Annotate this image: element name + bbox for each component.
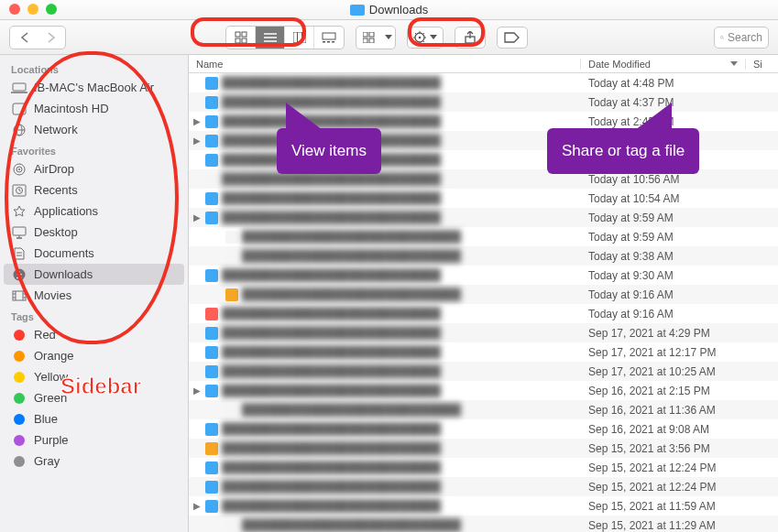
list-view-button[interactable] [256,27,285,49]
file-name-cell: ██████████████████████████ [189,172,581,186]
table-row[interactable]: ▶██████████████████████████Sep 16, 2021 … [189,381,778,400]
table-row[interactable]: ██████████████████████████Today at 9:16 … [189,285,778,304]
disclosure-triangle-icon[interactable]: ▶ [192,212,202,223]
disclosure-triangle-icon[interactable]: ▶ [192,501,202,511]
table-row[interactable]: ██████████████████████████Sep 15, 2021 a… [189,439,778,458]
file-name-cell: ██████████████████████████ [189,441,581,455]
clock-icon [11,184,27,197]
column-header-size[interactable]: Si [746,59,778,70]
sidebar-item[interactable]: Purple [0,429,188,451]
sidebar-item[interactable]: Recents [0,179,188,201]
sidebar-item[interactable]: Movies [0,285,188,306]
file-name-label: ██████████████████████████ [222,422,441,436]
svg-rect-13 [332,41,334,43]
sidebar-item[interactable]: AirDrop [0,158,188,179]
file-date-cell: Sep 17, 2021 at 4:29 PM [581,327,746,340]
table-row[interactable]: ██████████████████████████Sep 16, 2021 a… [189,419,778,439]
forward-button[interactable] [38,27,65,49]
column-header-name[interactable]: Name [189,59,581,70]
share-button[interactable] [455,27,486,49]
table-row[interactable]: ██████████████████████████Today at 4:48 … [189,73,778,92]
table-row[interactable]: ██████████████████████████Today at 4:37 … [189,92,778,112]
zoom-window-button[interactable] [46,4,57,15]
tag-dot-icon [11,329,27,342]
file-thumbnail-icon [205,442,218,455]
column-header-date[interactable]: Date Modified [581,59,746,70]
disclosure-triangle-icon[interactable]: ▶ [192,385,202,396]
file-list-pane: Name Date Modified Si ██████████████████… [189,55,778,532]
sidebar-item-label: IB-MAC's MacBook Air [34,81,154,94]
svg-rect-3 [242,38,247,43]
minimize-window-button[interactable] [27,4,38,15]
svg-rect-23 [13,83,26,91]
tag-dot-icon [11,350,27,363]
table-row[interactable]: ██████████████████████████Sep 17, 2021 a… [189,323,778,342]
table-row[interactable]: ▶██████████████████████████Sep 15, 2021 … [189,496,778,516]
sidebar-item[interactable]: Gray [0,451,188,472]
table-row[interactable]: ██████████████████████████Today at 9:16 … [189,304,778,323]
file-thumbnail-icon [205,96,218,109]
table-row[interactable]: ██████████████████████████Sep 15, 2021 a… [189,458,778,477]
sidebar-item[interactable]: Applications [0,201,188,222]
file-name-label: ██████████████████████████ [222,211,441,224]
sidebar-item[interactable]: Orange [0,345,188,366]
table-row[interactable]: ██████████████████████████Sep 16, 2021 a… [189,400,778,419]
table-row[interactable]: ██████████████████████████Sep 17, 2021 a… [189,342,778,362]
sidebar-item[interactable]: Network [0,119,188,140]
file-name-cell: ██████████████████████████ [189,345,581,359]
file-name-cell: ██████████████████████████ [189,518,581,532]
group-by-control[interactable] [356,26,396,49]
svg-rect-0 [236,32,240,37]
file-thumbnail-icon [205,500,218,513]
tags-button[interactable] [497,27,528,49]
file-name-label: ██████████████████████████ [222,326,441,340]
table-row[interactable]: ██████████████████████████Sep 15, 2021 a… [189,516,778,532]
column-view-button[interactable] [285,27,314,49]
file-name-cell: ██████████████████████████ [189,422,581,436]
table-row[interactable]: ██████████████████████████Today at 9:30 … [189,266,778,285]
file-thumbnail-icon [205,154,218,167]
file-name-label: ██████████████████████████ [242,518,461,532]
icon-view-button[interactable] [226,27,256,49]
file-thumbnail-icon [225,288,238,301]
disclosure-triangle-icon[interactable]: ▶ [192,116,202,126]
back-button[interactable] [10,27,38,49]
table-row[interactable]: ▶██████████████████████████Today at 9:59… [189,208,778,227]
file-name-label: ██████████████████████████ [242,403,461,417]
table-row[interactable]: ██████████████████████████Today at 10:54… [189,189,778,208]
disclosure-triangle-icon[interactable]: ▶ [192,136,202,146]
sidebar-item-label: Movies [34,288,71,302]
table-row[interactable]: ██████████████████████████Today at 9:38 … [189,246,778,266]
sidebar-item[interactable]: Downloads [4,264,184,285]
file-thumbnail-icon [225,404,238,417]
file-name-cell: ██████████████████████████ [189,461,581,474]
svg-rect-35 [13,227,26,235]
action-menu-button[interactable] [407,27,444,49]
file-thumbnail-icon [205,365,218,378]
close-window-button[interactable] [9,4,20,15]
table-row[interactable]: ██████████████████████████Today at 9:59 … [189,227,778,246]
svg-point-21 [720,36,723,38]
sidebar-item[interactable]: Desktop [0,222,188,243]
table-row[interactable]: ██████████████████████████Sep 15, 2021 a… [189,477,778,496]
sidebar-item[interactable]: IB-MAC's MacBook Air [0,77,188,98]
search-input[interactable]: Search [714,27,769,49]
svg-rect-15 [369,32,374,37]
file-thumbnail-icon [205,385,218,397]
file-thumbnail-icon [205,461,218,474]
svg-rect-11 [323,41,325,43]
gallery-view-button[interactable] [314,27,344,49]
file-thumbnail-icon [205,346,218,359]
file-name-cell: ██████████████████████████ [189,403,581,417]
sidebar-item[interactable]: Blue [0,408,188,429]
sidebar-item[interactable]: Macintosh HD [0,98,188,119]
sidebar-item[interactable]: Red [0,324,188,345]
traffic-lights [9,4,57,15]
file-name-label: ██████████████████████████ [222,114,441,128]
disk-icon [11,103,27,115]
sidebar-item-label: Red [34,328,56,342]
sidebar-item[interactable]: Documents [0,243,188,264]
file-date-cell: Sep 16, 2021 at 2:15 PM [581,385,746,397]
file-name-cell: ▶██████████████████████████ [189,384,581,397]
table-row[interactable]: ██████████████████████████Sep 17, 2021 a… [189,362,778,381]
